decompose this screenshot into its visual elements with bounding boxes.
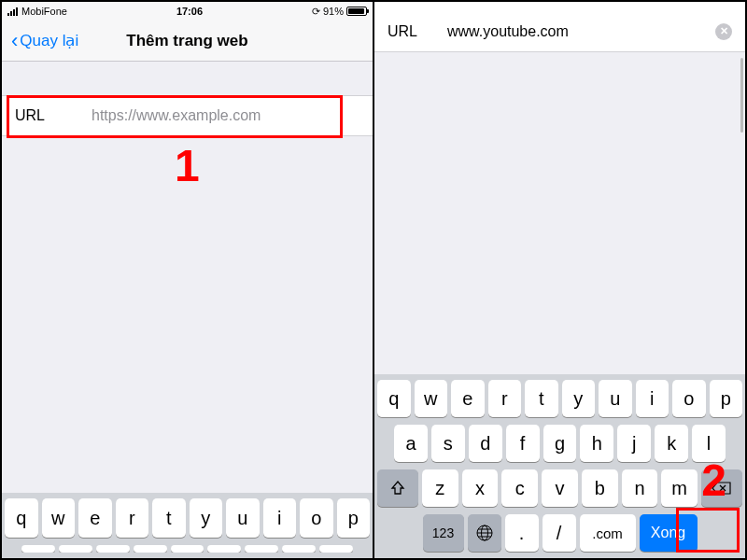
key-o[interactable]: o [672,380,706,417]
annotation-number-1: 1 [175,140,200,191]
key-s[interactable]: s [431,425,465,462]
url-input-right[interactable] [447,23,700,40]
key-h[interactable]: h [580,425,613,462]
keyboard-left: qwertyuiop [2,493,373,558]
key-q[interactable]: q [377,380,411,417]
key-z[interactable]: z [422,469,458,507]
rotation-lock-icon: ⟳ [312,6,320,18]
key-c[interactable]: c [501,469,538,507]
url-row[interactable]: URL [2,95,373,136]
status-bar: MobiFone 17:06 ⟳ 91% [2,2,373,21]
url-row-right[interactable]: URL ✕ [374,11,745,52]
back-label: Quay lại [20,31,78,50]
key-123[interactable]: 123 [423,514,464,552]
key-t[interactable]: t [525,380,558,417]
key-q[interactable]: q [5,498,38,538]
key-u[interactable]: u [226,498,260,538]
battery-percent: 91% [323,6,344,17]
scrollbar[interactable] [740,58,743,133]
shift-key[interactable] [377,469,418,507]
back-button[interactable]: ‹ Quay lại [11,29,78,53]
key-y[interactable]: y [190,498,223,538]
signal-icon [7,7,18,16]
key-b[interactable]: b [582,469,618,507]
key-g[interactable]: g [543,425,577,462]
key-v[interactable]: v [542,469,578,507]
key-u[interactable]: u [599,380,632,417]
url-input[interactable] [92,107,359,124]
key-w[interactable]: w [42,498,76,538]
done-button[interactable]: Xong [640,514,698,552]
globe-icon[interactable] [468,514,501,552]
annotation-number-2: 2 [701,455,726,506]
key-e[interactable]: e [451,380,485,417]
chevron-left-icon: ‹ [11,29,18,53]
key-t[interactable]: t [152,498,186,538]
key-n[interactable]: n [622,469,658,507]
key-d[interactable]: d [469,425,502,462]
key-r[interactable]: r [116,498,149,538]
key-k[interactable]: k [655,425,688,462]
key-i[interactable]: i [263,498,297,538]
key-f[interactable]: f [506,425,540,462]
key-i[interactable]: i [636,380,669,417]
key-p[interactable]: p [337,498,371,538]
url-label: URL [15,107,90,124]
key-o[interactable]: o [300,498,333,538]
carrier-label: MobiFone [21,6,67,17]
key-slash[interactable]: / [543,514,576,552]
key-r[interactable]: r [488,380,522,417]
key-dot[interactable]: . [505,514,539,552]
key-y[interactable]: y [562,380,596,417]
keyboard-right: qwertyuiop asdfghjkl zxcvbnm 123 . / .co… [374,374,745,558]
key-e[interactable]: e [78,498,112,538]
url-label-right: URL [388,23,447,40]
key-x[interactable]: x [462,469,499,507]
key-p[interactable]: p [710,380,743,417]
key-com[interactable]: .com [580,514,636,552]
key-m[interactable]: m [661,469,698,507]
key-j[interactable]: j [617,425,651,462]
clear-icon[interactable]: ✕ [715,23,732,40]
nav-bar: ‹ Quay lại Thêm trang web [2,21,373,62]
key-a[interactable]: a [394,425,428,462]
battery-icon [346,7,367,16]
key-w[interactable]: w [415,380,448,417]
status-time: 17:06 [67,6,312,17]
